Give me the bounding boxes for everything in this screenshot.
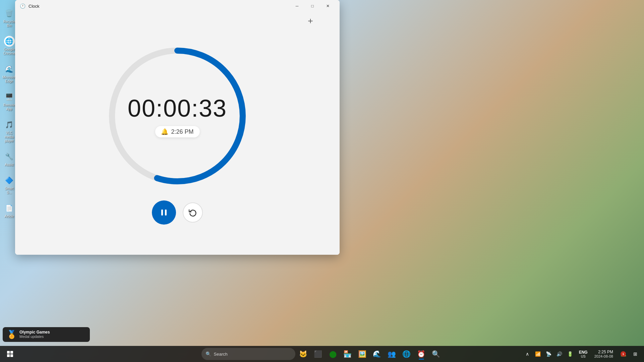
taskbar-icon-msstore[interactable]: 🏪 — [341, 347, 354, 361]
taskbar-icon-edge[interactable]: 🌊 — [370, 347, 384, 361]
edge-icon: 🌊 — [4, 64, 15, 74]
chrome-taskbar-icon: 🌐 — [403, 350, 411, 358]
system-clock[interactable]: 2:25 PM 2024-08-08 — [592, 348, 616, 360]
language-indicator[interactable]: ENG US — [578, 349, 589, 359]
desktop-icon-remote-label: Remote App — [2, 103, 17, 111]
search-label: Search — [214, 352, 228, 357]
taskbar-center: 🔍 Search 🐱 ⬛ ⬤ 🏪 🖼️ 🌊 👥 — [201, 347, 443, 361]
taskbar-icon-clock[interactable]: ⏰ — [415, 347, 428, 361]
pause-button[interactable] — [152, 200, 176, 225]
notification-bell[interactable]: 🔔 1 — [619, 349, 628, 359]
teams-taskbar-icon: 👥 — [388, 350, 396, 358]
olympic-games-icon: 🏅 — [7, 330, 17, 339]
start-button[interactable] — [4, 348, 16, 360]
edge-taskbar-icon: 🌊 — [373, 350, 381, 358]
clock-app-icon: 🕐 — [19, 3, 26, 9]
desktop-icon-article-label: Article — [5, 215, 14, 219]
notification-badge: 1 — [621, 351, 626, 357]
taskview-taskbar-icon: ⬛ — [314, 350, 322, 358]
desktop-icon-edge-label: Microsoft Edge — [2, 75, 17, 83]
clock-window: 🕐 Clock ─ □ ✕ ✕ 00:00:33 — [15, 0, 340, 255]
svg-rect-6 — [7, 354, 10, 357]
timer-display: 00:00:33 — [128, 95, 227, 122]
desktop-icon-smart-label: Smart S... — [2, 187, 17, 195]
alarm-bell-icon: 🔔 — [161, 128, 168, 135]
pause-icon — [159, 208, 169, 217]
minimize-button[interactable]: ─ — [289, 1, 305, 11]
desktop-icon-recycle-label: Recycle Bin — [2, 20, 17, 28]
tray-wifi-icon[interactable]: 📡 — [544, 349, 553, 359]
timer-content: ✕ 00:00:33 🔔 2:26 PM — [15, 12, 340, 255]
tray-extra-icon[interactable]: ⊞ — [631, 349, 640, 359]
olympic-notification[interactable]: 🏅 Olympic Games Medal updates — [3, 327, 90, 342]
olympic-notification-title: Olympic Games — [19, 330, 50, 335]
search-bar[interactable]: 🔍 Search — [201, 348, 295, 360]
svg-rect-5 — [10, 351, 13, 354]
article-icon: 📄 — [4, 203, 15, 214]
system-tray-icons: ∧ 📶 📡 🔊 🔋 — [523, 349, 575, 359]
windows-logo-icon — [7, 351, 13, 357]
taskbar-icon-search[interactable]: 🔍 — [429, 347, 443, 361]
svg-rect-7 — [10, 354, 13, 357]
smart-icon: 🔷 — [4, 175, 15, 186]
remote-icon: 🖥️ — [4, 92, 15, 102]
window-controls: ─ □ ✕ — [289, 1, 336, 11]
desktop-icon-assist-label: Assist — [5, 163, 14, 167]
search-icon: 🔍 — [206, 351, 211, 357]
tray-network-icon[interactable]: 📶 — [533, 349, 543, 359]
taskbar-right: ∧ 📶 📡 🔊 🔋 ENG US 2:25 PM 2024-08-08 🔔 1 … — [523, 348, 640, 360]
photos-taskbar-icon: 🖼️ — [358, 350, 366, 358]
olympic-text: Olympic Games Medal updates — [19, 330, 50, 339]
window-title: Clock — [28, 4, 289, 9]
clock-taskbar-icon: ⏰ — [417, 350, 425, 358]
svg-rect-3 — [165, 209, 167, 216]
tray-volume-icon[interactable]: 🔊 — [555, 349, 564, 359]
taskbar-icon-xbox[interactable]: ⬤ — [326, 347, 340, 361]
system-time: 2:25 PM — [598, 350, 613, 354]
taskbar-icon-teams[interactable]: 👥 — [385, 347, 399, 361]
title-bar: 🕐 Clock ─ □ ✕ — [15, 0, 340, 12]
timer-circle-container: 00:00:33 🔔 2:26 PM — [104, 42, 251, 190]
recycle-bin-icon: 🗑️ — [4, 8, 15, 19]
desktop-icon-vlc-label: VLC media player — [2, 131, 17, 143]
alarm-time: 2:26 PM — [171, 128, 193, 135]
system-date: 2024-08-08 — [594, 354, 613, 358]
desktop: 🗑️ Recycle Bin 🌐 Google Chrome 🌊 Microso… — [0, 0, 644, 362]
assist-icon: 🔧 — [4, 151, 15, 162]
xbox-taskbar-icon: ⬤ — [329, 350, 337, 358]
tray-chevron[interactable]: ∧ — [523, 349, 532, 359]
taskbar-icon-chrome[interactable]: 🌐 — [400, 347, 413, 361]
reset-button[interactable] — [183, 202, 203, 223]
msstore-taskbar-icon: 🏪 — [344, 350, 352, 358]
taskbar-icon-photos[interactable]: 🖼️ — [356, 347, 369, 361]
svg-rect-4 — [7, 351, 10, 354]
timer-center: 00:00:33 🔔 2:26 PM — [128, 95, 227, 137]
chrome-icon: 🌐 — [4, 36, 15, 47]
desktop-icon-chrome-label: Google Chrome — [2, 48, 17, 56]
maximize-button[interactable]: □ — [305, 1, 320, 11]
taskbar: 🔍 Search 🐱 ⬛ ⬤ 🏪 🖼️ 🌊 👥 — [0, 346, 644, 362]
alarm-time-badge: 🔔 2:26 PM — [155, 126, 199, 137]
reset-icon — [189, 208, 197, 217]
timer-controls — [152, 200, 203, 225]
taskbar-icon-files[interactable]: 🐱 — [297, 347, 310, 361]
tray-battery-icon[interactable]: 🔋 — [566, 349, 575, 359]
language-region: US — [581, 355, 586, 358]
close-button[interactable]: ✕ — [320, 1, 336, 11]
olympic-notification-subtitle: Medal updates — [19, 335, 50, 339]
search-taskbar-icon: 🔍 — [432, 350, 440, 358]
taskbar-icon-taskview[interactable]: ⬛ — [311, 347, 325, 361]
files-taskbar-icon: 🐱 — [299, 350, 307, 358]
expand-icon[interactable]: ✕ — [306, 17, 314, 25]
vlc-icon: 🎵 — [4, 119, 15, 130]
language-code: ENG — [579, 350, 588, 355]
svg-rect-2 — [161, 209, 163, 216]
